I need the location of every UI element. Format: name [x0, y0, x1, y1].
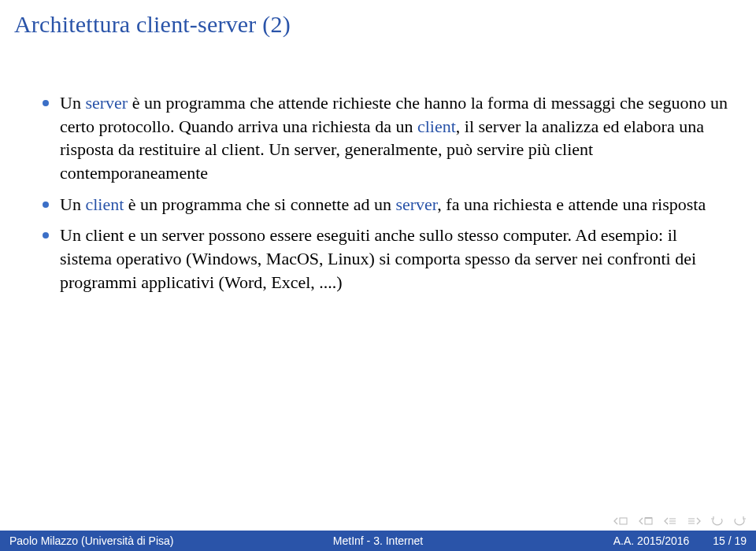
slide-content: Un server è un programma che attende ric…: [43, 91, 732, 302]
text: è un programma che si connette ad un: [124, 194, 395, 214]
nav-back-icon[interactable]: [710, 516, 724, 526]
nav-prev-section-icon[interactable]: [638, 516, 655, 526]
footer-bar: Paolo Milazzo (Università di Pisa) MetIn…: [0, 531, 756, 551]
footer-year: A.A. 2015/2016: [613, 534, 690, 547]
text: Un: [60, 93, 85, 113]
footer-right: A.A. 2015/2016 15 / 19: [613, 534, 747, 547]
nav-forward-icon[interactable]: [732, 516, 747, 526]
bullet-item: Un client è un programma che si connette…: [43, 193, 732, 216]
keyword-server: server: [395, 194, 437, 214]
bullet-item: Un client e un server possono essere ese…: [43, 224, 732, 294]
footer-page: 15 / 19: [713, 534, 747, 547]
svg-rect-1: [645, 518, 652, 524]
keyword-client: client: [85, 194, 124, 214]
footer-course: MetInf - 3. Internet: [333, 534, 423, 547]
nav-first-icon[interactable]: [613, 516, 630, 526]
keyword-client: client: [417, 116, 456, 136]
text: , fa una richiesta e attende una rispost…: [437, 194, 706, 214]
nav-prev-icon[interactable]: [663, 516, 679, 526]
nav-toolbar: [613, 512, 747, 531]
svg-rect-0: [620, 518, 627, 524]
footer-author: Paolo Milazzo (Università di Pisa): [0, 534, 174, 547]
slide: Architettura client-server (2) Un server…: [0, 0, 756, 551]
slide-title: Architettura client-server (2): [14, 11, 291, 38]
text: Un: [60, 194, 85, 214]
text: Un client e un server possono essere ese…: [60, 225, 696, 291]
keyword-server: server: [85, 93, 128, 113]
nav-next-icon[interactable]: [687, 516, 702, 526]
bullet-item: Un server è un programma che attende ric…: [43, 91, 732, 185]
